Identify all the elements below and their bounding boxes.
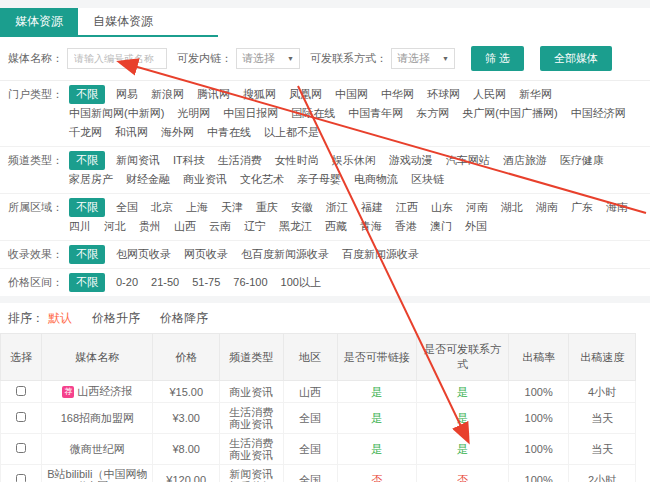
portal-type-option[interactable]: 央广网(中国广播网) [462, 104, 557, 123]
sort-option-price-desc[interactable]: 价格降序 [160, 310, 208, 327]
filter-option-selected[interactable]: 不限 [69, 198, 105, 217]
price-range-option[interactable]: 76-100 [233, 273, 267, 292]
channel-type-option[interactable]: 文化艺术 [240, 170, 284, 189]
region-option[interactable]: 北京 [151, 198, 173, 217]
portal-type-option[interactable]: 中国青年网 [348, 104, 403, 123]
portal-type-option[interactable]: 千龙网 [69, 123, 102, 142]
region-option[interactable]: 黑龙江 [279, 217, 312, 236]
filter-option-selected[interactable]: 不限 [69, 245, 105, 264]
region-option[interactable]: 江西 [396, 198, 418, 217]
portal-type-option[interactable]: 新浪网 [151, 85, 184, 104]
index-effect-option[interactable]: 包网页收录 [116, 245, 171, 264]
portal-type-option[interactable]: 中国经济网 [571, 104, 626, 123]
channel-type-option[interactable]: 财经金融 [126, 170, 170, 189]
portal-type-option[interactable]: 中国新闻网(中新网) [69, 104, 164, 123]
region-option[interactable]: 贵州 [139, 217, 161, 236]
price-range-option[interactable]: 51-75 [192, 273, 220, 292]
channel-type-option[interactable]: 生活消费 [218, 151, 262, 170]
region-option[interactable]: 海南 [606, 198, 628, 217]
inner-link-select[interactable]: 请选择 ▼ [236, 48, 300, 69]
portal-type-option[interactable]: 中国网 [335, 85, 368, 104]
region-option[interactable]: 西藏 [325, 217, 347, 236]
tab-media-resources[interactable]: 媒体资源 [0, 8, 78, 35]
region-option[interactable]: 重庆 [256, 198, 278, 217]
channel-type-option[interactable]: 商业资讯 [183, 170, 227, 189]
media-name[interactable]: 山西经济报 [77, 385, 132, 397]
price-range-option[interactable]: 100以上 [281, 273, 321, 292]
region-option[interactable]: 福建 [361, 198, 383, 217]
region-option[interactable]: 湖北 [501, 198, 523, 217]
channel-type-option[interactable]: 新闻资讯 [116, 151, 160, 170]
region-option[interactable]: 上海 [186, 198, 208, 217]
region-option[interactable]: 香港 [395, 217, 417, 236]
index-effect-option[interactable]: 包百度新闻源收录 [241, 245, 329, 264]
media-name[interactable]: B站bilibili（中国网物联中国） [42, 465, 153, 482]
filter-button[interactable]: 筛 选 [471, 46, 524, 71]
portal-type-option[interactable]: 海外网 [161, 123, 194, 142]
region-option[interactable]: 山东 [431, 198, 453, 217]
channel-type-option[interactable]: 酒店旅游 [503, 151, 547, 170]
portal-type-option[interactable]: 新华网 [519, 85, 552, 104]
row-checkbox[interactable] [16, 474, 26, 482]
index-effect-option[interactable]: 网页收录 [184, 245, 228, 264]
channel-type-option[interactable]: 家居房产 [69, 170, 113, 189]
region-option[interactable]: 澳门 [430, 217, 452, 236]
channel-type-option[interactable]: 医疗健康 [560, 151, 604, 170]
can-contact-flag: 是 [416, 403, 508, 434]
region-option[interactable]: 山西 [174, 217, 196, 236]
region-option[interactable]: 全国 [116, 198, 138, 217]
region-option[interactable]: 外国 [465, 217, 487, 236]
all-media-button[interactable]: 全部媒体 [540, 46, 612, 71]
portal-type-option[interactable]: 和讯网 [115, 123, 148, 142]
media-name[interactable]: 168招商加盟网 [42, 403, 153, 434]
channel-type-option[interactable]: IT科技 [173, 151, 205, 170]
region-option[interactable]: 浙江 [326, 198, 348, 217]
portal-type-option[interactable]: 中国日报网 [223, 104, 278, 123]
media-name-input[interactable] [67, 48, 167, 69]
price-range-option[interactable]: 0-20 [116, 273, 138, 292]
contact-method-select[interactable]: 请选择 ▼ [391, 48, 455, 69]
region-option[interactable]: 青海 [360, 217, 382, 236]
portal-type-option[interactable]: 以上都不是 [264, 123, 319, 142]
channel-type-option[interactable]: 区块链 [411, 170, 444, 189]
region-option[interactable]: 云南 [209, 217, 231, 236]
media-channel: 新闻资讯娱乐休闲 [220, 465, 284, 482]
portal-type-option[interactable]: 东方网 [416, 104, 449, 123]
channel-type-option[interactable]: 电商物流 [354, 170, 398, 189]
region-option[interactable]: 辽宁 [244, 217, 266, 236]
tab-self-media-resources[interactable]: 自媒体资源 [78, 8, 168, 35]
region-option[interactable]: 天津 [221, 198, 243, 217]
region-option[interactable]: 安徽 [291, 198, 313, 217]
portal-type-option[interactable]: 搜狐网 [243, 85, 276, 104]
portal-type-option[interactable]: 人民网 [473, 85, 506, 104]
row-checkbox[interactable] [16, 443, 26, 453]
region-option[interactable]: 四川 [69, 217, 91, 236]
channel-type-option[interactable]: 女性时尚 [275, 151, 319, 170]
portal-type-option[interactable]: 凤凰网 [289, 85, 322, 104]
portal-type-option[interactable]: 中华网 [381, 85, 414, 104]
channel-type-option[interactable]: 娱乐休闲 [332, 151, 376, 170]
portal-type-option[interactable]: 中青在线 [207, 123, 251, 142]
portal-type-option[interactable]: 国际在线 [291, 104, 335, 123]
region-option[interactable]: 广东 [571, 198, 593, 217]
channel-type-option[interactable]: 汽车网站 [446, 151, 490, 170]
sort-option-price-asc[interactable]: 价格升序 [92, 310, 140, 327]
portal-type-option[interactable]: 环球网 [427, 85, 460, 104]
media-name[interactable]: 微商世纪网 [42, 434, 153, 465]
region-option[interactable]: 湖南 [536, 198, 558, 217]
channel-type-option[interactable]: 亲子母婴 [297, 170, 341, 189]
sort-option-default[interactable]: 默认 [48, 310, 72, 327]
channel-type-option[interactable]: 游戏动漫 [389, 151, 433, 170]
row-checkbox[interactable] [16, 386, 26, 396]
portal-type-option[interactable]: 腾讯网 [197, 85, 230, 104]
filter-option-selected[interactable]: 不限 [69, 273, 105, 292]
region-option[interactable]: 河北 [104, 217, 126, 236]
index-effect-option[interactable]: 百度新闻源收录 [342, 245, 419, 264]
portal-type-option[interactable]: 光明网 [177, 104, 210, 123]
portal-type-option[interactable]: 网易 [116, 85, 138, 104]
row-checkbox[interactable] [16, 412, 26, 422]
price-range-option[interactable]: 21-50 [151, 273, 179, 292]
filter-option-selected[interactable]: 不限 [69, 85, 105, 104]
filter-option-selected[interactable]: 不限 [69, 151, 105, 170]
region-option[interactable]: 河南 [466, 198, 488, 217]
